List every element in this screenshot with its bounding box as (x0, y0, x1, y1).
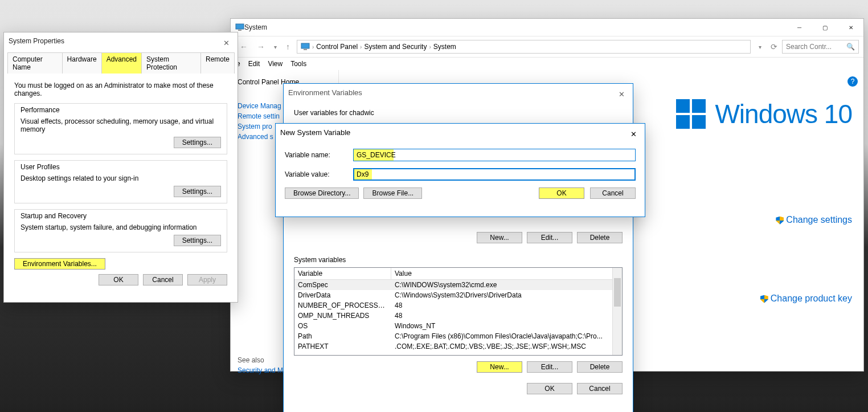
shield-icon (760, 295, 768, 303)
system-vars-table[interactable]: Variable Value ComSpecC:\WINDOWS\system3… (294, 267, 623, 356)
user-edit-button[interactable]: Edit... (527, 232, 572, 243)
system-titlebar: System ─ ▢ ✕ (231, 19, 863, 36)
startup-settings-button[interactable]: Settings... (174, 235, 221, 246)
cell-value: C:\WINDOWS\system32\cmd.exe (391, 280, 622, 290)
table-row[interactable]: ComSpecC:\WINDOWS\system32\cmd.exe (294, 280, 622, 290)
system-icon (235, 23, 244, 32)
cell-variable: ComSpec (294, 280, 391, 290)
breadcrumb[interactable]: › Control Panel › System and Security › … (297, 40, 751, 54)
menubar: e Edit View Tools (231, 58, 863, 70)
close-button[interactable]: ✕ (627, 127, 640, 141)
browse-directory-button[interactable]: Browse Directory... (285, 187, 359, 199)
system-buttons-row: New... Edit... Delete (294, 361, 623, 373)
cell-variable: NUMBER_OF_PROCESSORS (294, 300, 391, 311)
svg-rect-3 (304, 49, 307, 50)
table-row[interactable]: OMP_NUM_THREADS48 (294, 311, 622, 321)
envvar-titlebar: Environment Variables ✕ (284, 84, 633, 101)
ok-button[interactable]: OK (539, 187, 584, 199)
scrollbar[interactable] (612, 268, 622, 355)
cancel-button[interactable]: Cancel (590, 187, 636, 199)
cell-value: C:\Windows\System32\Drivers\DriverData (391, 290, 622, 300)
cell-value: 48 (391, 300, 622, 311)
cell-value: Windows_NT (391, 321, 622, 331)
history-dropdown[interactable]: ▾ (269, 44, 281, 50)
sysprop-titlebar: System Properties ✕ (4, 32, 238, 50)
user-vars-label: User variables for chadwic (294, 109, 623, 117)
menu-edit[interactable]: Edit (248, 60, 260, 68)
system-new-button[interactable]: New... (477, 361, 522, 373)
performance-settings-button[interactable]: Settings... (174, 137, 221, 148)
tab-system-protection[interactable]: System Protection (141, 52, 201, 74)
table-row[interactable]: NUMBER_OF_PROCESSORS48 (294, 300, 622, 311)
variable-value-input[interactable] (353, 168, 636, 181)
col-variable[interactable]: Variable (294, 268, 391, 279)
crumb-system[interactable]: System (433, 43, 456, 51)
breadcrumb-dropdown[interactable]: ▾ (754, 44, 766, 50)
change-product-key-link[interactable]: Change product key (771, 293, 852, 303)
cancel-button[interactable]: Cancel (143, 274, 183, 285)
cell-variable: PATHEXT (294, 341, 391, 352)
system-vars-label: System variables (294, 256, 623, 264)
change-settings-link[interactable]: Change settings (786, 215, 852, 225)
performance-title: Performance (21, 106, 221, 114)
cell-variable: OS (294, 321, 391, 331)
table-row[interactable]: PathC:\Program Files (x86)\Common Files\… (294, 331, 622, 341)
tab-advanced[interactable]: Advanced (101, 52, 142, 74)
table-row[interactable]: PATHEXT.COM;.EXE;.BAT;.CMD;.VBS;.VBE;.JS… (294, 341, 622, 352)
cell-variable: DriverData (294, 290, 391, 300)
sysprop-tabs: Computer Name Hardware Advanced System P… (7, 52, 234, 74)
system-edit-button[interactable]: Edit... (527, 361, 572, 373)
close-button[interactable]: ✕ (615, 87, 628, 101)
user-delete-button[interactable]: Delete (577, 232, 623, 243)
user-profiles-group: User Profiles Desktop settings related t… (14, 160, 227, 203)
svg-rect-2 (301, 43, 309, 48)
search-box[interactable]: Search Contr... 🔍 (782, 40, 859, 54)
system-delete-button[interactable]: Delete (577, 361, 623, 373)
pc-icon (301, 42, 310, 51)
admin-note: You must be logged on as an Administrato… (14, 81, 227, 97)
windows10-logo: Windows 10 (676, 99, 852, 129)
system-properties-window: System Properties ✕ Computer Name Hardwa… (3, 32, 238, 303)
cancel-button[interactable]: Cancel (577, 383, 623, 394)
user-profiles-title: User Profiles (21, 163, 221, 171)
menu-view[interactable]: View (268, 60, 282, 68)
close-button[interactable]: ✕ (219, 36, 233, 50)
search-placeholder: Search Contr... (786, 43, 832, 51)
user-new-button[interactable]: New... (477, 232, 522, 243)
cell-variable: Path (294, 331, 391, 341)
ok-button[interactable]: OK (527, 383, 572, 394)
user-buttons-row: New... Edit... Delete (294, 232, 623, 243)
maximize-button[interactable]: ▢ (812, 19, 838, 36)
forward-button[interactable]: → (252, 42, 269, 51)
table-row[interactable]: OSWindows_NT (294, 321, 622, 331)
crumb-control-panel[interactable]: Control Panel (316, 43, 358, 51)
tab-computer-name[interactable]: Computer Name (7, 52, 63, 74)
close-button[interactable]: ✕ (838, 19, 863, 36)
windows10-text: Windows 10 (715, 99, 852, 129)
refresh-button[interactable]: ⟳ (766, 42, 782, 51)
envvar-title: Environment Variables (288, 88, 362, 97)
crumb-system-security[interactable]: System and Security (364, 43, 427, 51)
startup-desc: System startup, system failure, and debu… (21, 223, 221, 231)
shield-icon (776, 217, 784, 225)
up-button[interactable]: ↑ (281, 42, 294, 51)
environment-variables-button[interactable]: Environment Variables... (14, 258, 105, 270)
col-value[interactable]: Value (391, 268, 622, 279)
user-profiles-settings-button[interactable]: Settings... (174, 186, 221, 197)
search-icon: 🔍 (846, 43, 855, 51)
newvar-titlebar: New System Variable ✕ (276, 124, 645, 141)
newvar-title: New System Variable (280, 128, 350, 137)
ok-button[interactable]: OK (99, 274, 138, 285)
windows-logo-icon (676, 99, 706, 129)
browse-file-button[interactable]: Browse File... (363, 187, 422, 199)
breadcrumb-sep: › (312, 44, 314, 50)
minimize-button[interactable]: ─ (787, 19, 812, 36)
system-title: System (244, 23, 267, 31)
variable-name-input[interactable] (353, 149, 636, 161)
menu-tools[interactable]: Tools (290, 60, 306, 68)
tab-remote[interactable]: Remote (200, 52, 235, 74)
apply-button[interactable]: Apply (187, 274, 227, 285)
table-row[interactable]: DriverDataC:\Windows\System32\Drivers\Dr… (294, 290, 622, 300)
performance-desc: Visual effects, processor scheduling, me… (21, 117, 221, 133)
tab-hardware[interactable]: Hardware (62, 52, 102, 74)
